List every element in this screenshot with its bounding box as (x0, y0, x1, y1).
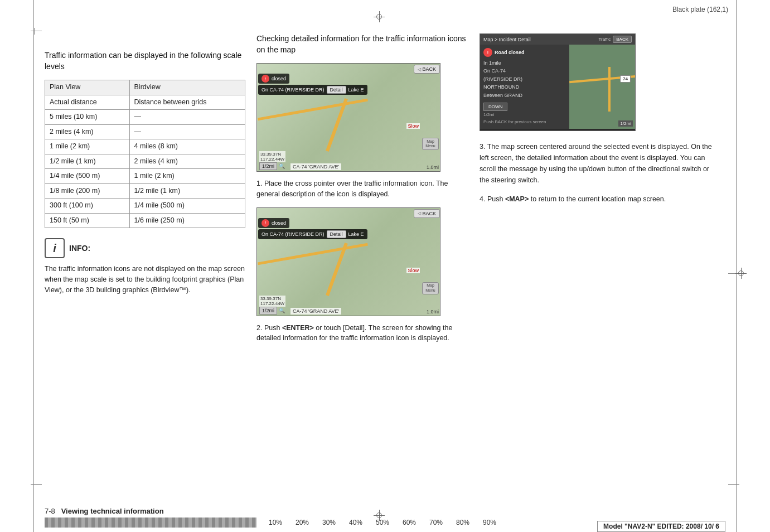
pct-10: 10% (262, 519, 289, 526)
step-4-text: 4. Push <MAP> to return to the current l… (480, 194, 719, 205)
road-number-badge: 74 (620, 75, 631, 83)
cell-eighth-mile-bird: 1/2 mile (1 km) (129, 183, 245, 199)
step-2-text: 2. Push <ENTER> or touch [Detail]. The s… (256, 323, 468, 344)
map-route-bar-2: On CA-74 (RIVERSIDE DR) Detail Lake E (258, 229, 367, 239)
road-closed-badge-icon: ! (483, 48, 492, 57)
inc-map-scale-badge: 1/2mi (618, 120, 633, 127)
back-label-1: BACK (422, 66, 436, 72)
pct-20: 20% (289, 519, 316, 526)
traffic-label: Traffic (598, 37, 611, 42)
cell-1mile: 1 mile (2 km) (45, 139, 130, 154)
cell-half-mile-bird: 2 miles (4 km) (129, 154, 245, 169)
detail-btn-1[interactable]: Detail (327, 86, 346, 94)
cell-1mile-bird: 4 miles (8 km) (129, 139, 245, 154)
route-info-2: On CA-74 (RIVERSIDE DR) (261, 231, 325, 237)
detail-line-5: Between GRAND (483, 91, 566, 99)
map-route-bar-1: On CA-74 (RIVERSIDE DR) Detail Lake E (258, 85, 367, 95)
detail-btn-2[interactable]: Detail (327, 230, 346, 238)
border-dash-top-h (31, 31, 42, 31)
map-screenshot-2: ◁ BACK ! closed On CA-74 (RIVERSIDE DR) … (256, 207, 440, 316)
road-closed-icon-2: ! (261, 219, 269, 227)
border-dash-top-v (34, 28, 35, 35)
table-row: 1 mile (2 km) 4 miles (8 km) (45, 139, 245, 154)
pct-70: 70% (423, 519, 449, 526)
cell-quarter-mile-bird: 1 mile (2 km) (129, 169, 245, 184)
map-back-btn-1[interactable]: ◁ BACK (414, 65, 440, 74)
table-row: 1/2 mile (1 km) 2 miles (4 km) (45, 154, 245, 169)
map-back-btn-2[interactable]: ◁ BACK (414, 209, 440, 218)
map-coords-2: 33.39.37N117.22.44W (259, 296, 285, 307)
back-arrow-icon: ◁ (418, 67, 421, 72)
road-badge: ! Road closed (483, 48, 566, 57)
map-screenshot-1: ◁ BACK ! closed On CA-74 (RIVERSIDE DR) … (256, 63, 440, 172)
plate-header: Black plate (162,1) (672, 6, 728, 13)
model-info-box: Model "NAV2-N" EDITED: 2008/ 10/ 6 (597, 521, 725, 532)
cell-half-mile: 1/2 mile (1 km) (45, 154, 130, 169)
road-closed-text: Road closed (495, 50, 525, 55)
incident-back-btn[interactable]: BACK (613, 36, 632, 43)
map-scale-2: 1/2mi 🔍 (259, 307, 285, 315)
back-label-2: BACK (422, 211, 436, 216)
cell-distance-grids: Distance between grids (129, 95, 245, 110)
incident-body: ! Road closed In 1mile On CA-74 (RIVERSI… (480, 45, 635, 129)
left-column: Traffic information can be displayed in … (45, 50, 245, 295)
map-incident-title: Map > Incident Detail (483, 37, 531, 42)
road-h1 (258, 99, 368, 121)
map-info-bar-1: ! closed (258, 74, 289, 84)
incident-info-panel: ! Road closed In 1mile On CA-74 (RIVERSI… (480, 45, 569, 129)
incident-screenshot: Map > Incident Detail Traffic BACK ! Roa… (480, 33, 636, 131)
push-back-text: Push BACK for previous screen (483, 119, 566, 124)
map-inner-2: ◁ BACK ! closed On CA-74 (RIVERSIDE DR) … (257, 208, 440, 316)
table-row: 1/8 mile (200 m) 1/2 mile (1 km) (45, 183, 245, 199)
incident-map: 74 1/2mi (569, 45, 635, 129)
cell-5miles-bird: — (129, 110, 245, 125)
pct-50: 50% (369, 519, 396, 526)
detail-line-3: (RIVERSIDE DR) (483, 75, 566, 83)
step-3-content: The map screen centered around the selec… (480, 143, 712, 184)
cell-300ft-bird: 1/4 mile (500 m) (129, 199, 245, 214)
cell-eighth-mile: 1/8 mile (200 m) (45, 183, 130, 199)
map-key: <MAP> (505, 195, 529, 203)
enter-key: <ENTER> (282, 324, 314, 332)
lake-label-2: Lake E (348, 231, 364, 237)
model-info-text: Model "NAV2-N" EDITED: 2008/ 10/ 6 (603, 523, 719, 530)
pct-80: 80% (449, 519, 476, 526)
detail-line-4: NORTHBOUND (483, 83, 566, 91)
lake-label-1: Lake E (348, 87, 364, 93)
crosshair-circle-right (738, 270, 744, 276)
incident-header: Map > Incident Detail Traffic BACK (480, 34, 635, 45)
border-dash-bottom-left (31, 484, 42, 485)
map-menu-btn-1[interactable]: MapMenu (422, 138, 439, 150)
scale-icon-2: 🔍 (279, 308, 285, 313)
info-text: The traffic information icons are not di… (45, 264, 245, 295)
page-border-left (33, 0, 34, 532)
crosshair-circle-top (376, 14, 382, 20)
info-label: INFO: (69, 238, 90, 258)
table-row: Actual distance Distance between grids (45, 95, 245, 110)
page-number: 7-8 (45, 507, 55, 515)
table-row: 1/4 mile (500 m) 1 mile (2 km) (45, 169, 245, 184)
plate-text: Black plate (162,1) (672, 6, 728, 13)
crosshair-top (374, 11, 385, 22)
street-label-2: CA-74 'GRAND AVE' (290, 308, 341, 315)
cell-actual-distance: Actual distance (45, 95, 130, 110)
route-info-1: On CA-74 (RIVERSIDE DR) (261, 87, 325, 93)
border-dash-bottom-right (728, 484, 739, 485)
down-button[interactable]: DOWN (483, 103, 507, 111)
road-closed-label-1: closed (272, 76, 286, 81)
road-closed-label-2: closed (272, 220, 286, 226)
back-arrow-icon-2: ◁ (418, 211, 421, 216)
map-info-bar-2: ! closed (258, 218, 289, 228)
main-content: Traffic information can be displayed in … (45, 33, 725, 487)
map-coords-1: 33.39.37N117.22.44W (259, 151, 285, 162)
scale-box-1: 1/2mi (259, 162, 277, 170)
step-1-text: 1. Place the cross pointer over the traf… (256, 178, 468, 200)
table-row: 5 miles (10 km) — (45, 110, 245, 125)
inc-road-v (608, 67, 611, 112)
road-closed-icon-1: ! (261, 75, 269, 83)
map-menu-btn-2[interactable]: MapMenu (422, 282, 439, 294)
inc-scale-label: 1/2mi (483, 112, 566, 117)
cell-2miles-bird: — (129, 124, 245, 139)
info-box: i INFO: (45, 238, 245, 258)
progress-bar-area: 10% 20% 30% 40% 50% 60% 70% 80% 90% (45, 518, 503, 528)
